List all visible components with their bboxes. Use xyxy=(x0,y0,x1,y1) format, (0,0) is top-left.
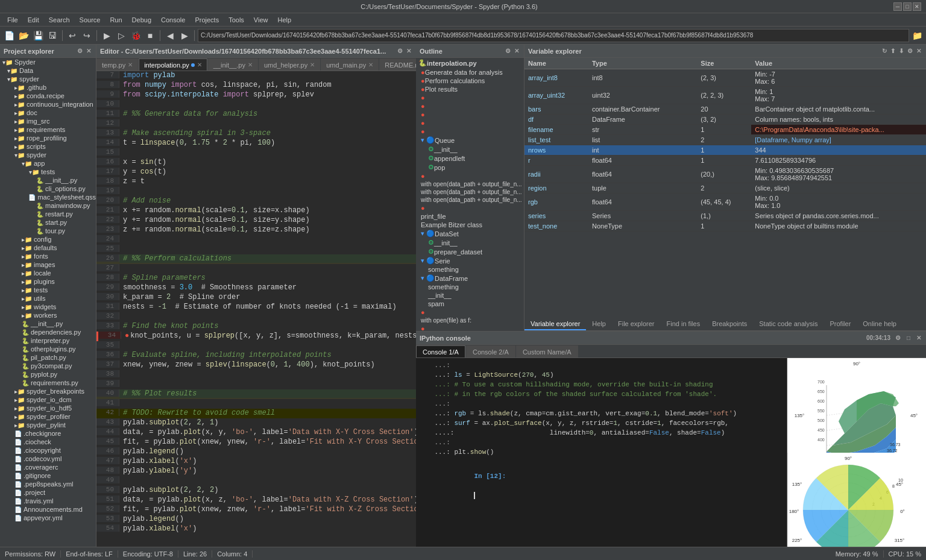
tree-item-img[interactable]: ▸📁 img_src xyxy=(0,117,96,125)
editor-gear-icon[interactable]: ⚙ xyxy=(396,47,404,55)
tree-item-interpreter[interactable]: 🐍 interpreter.py xyxy=(0,336,96,345)
tree-item-fonts[interactable]: ▸📁 fonts xyxy=(0,252,96,260)
tree-item-codecov[interactable]: 📄 .codecov.yml xyxy=(0,455,96,463)
outline-close-icon[interactable]: ✕ xyxy=(513,47,520,55)
tab-readme[interactable]: README.md ✕ xyxy=(379,58,416,71)
tree-item-plugins[interactable]: ▸📁 plugins xyxy=(0,277,96,286)
col-name[interactable]: Name xyxy=(524,58,588,69)
console-gear-icon[interactable]: ⚙ xyxy=(894,334,902,342)
tree-item-py3compat[interactable]: 🐍 py3compat.py xyxy=(0,362,96,370)
tree-item-announcements[interactable]: 📄 Announcements.md xyxy=(0,505,96,514)
var-refresh-icon[interactable]: ↻ xyxy=(881,47,888,55)
console-close-icon[interactable]: ✕ xyxy=(915,334,922,342)
outline-printfile[interactable]: print_file xyxy=(416,212,524,221)
tree-item-ciocheck[interactable]: 📄 .ciocheck xyxy=(0,438,96,446)
tree-item-pyplot[interactable]: 🐍 pyplot.py xyxy=(0,370,96,379)
tree-item-init2[interactable]: 🐍 __init__.py xyxy=(0,319,96,328)
var-row-region[interactable]: region tuple 2 (slice, slice) xyxy=(524,183,926,193)
tree-item-doc[interactable]: ▸📁 doc xyxy=(0,109,96,117)
menu-search[interactable]: Search xyxy=(44,15,75,25)
menu-run[interactable]: Run xyxy=(105,15,127,25)
new-file-button[interactable]: 📄 xyxy=(2,29,16,42)
tab-interpolation-py[interactable]: interpolation.py ✕ xyxy=(139,58,207,71)
tab-init-py[interactable]: __init__.py ✕ xyxy=(208,58,258,71)
var-import-icon[interactable]: ⬆ xyxy=(889,47,896,55)
save-button[interactable]: 💾 xyxy=(31,29,45,42)
run-cell-button[interactable]: ▷ xyxy=(115,29,128,42)
tab-umd-helper[interactable]: umd_helper.py ✕ xyxy=(259,58,320,71)
tab-profiler[interactable]: Profiler xyxy=(824,318,857,330)
tree-item-start[interactable]: 🐍 start.py xyxy=(0,218,96,227)
menu-tools[interactable]: Tools xyxy=(224,15,249,25)
tree-item-dependencies[interactable]: 🐍 dependencies.py xyxy=(0,328,96,336)
outline-with2[interactable]: with open(data_path + output_file_n... xyxy=(416,188,524,196)
maximize-button[interactable]: □ xyxy=(903,2,912,11)
tab-umd-main[interactable]: umd_main.py ✕ xyxy=(321,58,379,71)
console-tab-2[interactable]: Console 2/A xyxy=(466,345,515,357)
var-row-list-test[interactable]: list_test list 2 [Dataframe, Numpy array… xyxy=(524,135,926,145)
outline-dataframe[interactable]: ▾ 🔵 DataFrame xyxy=(416,274,524,283)
tree-item-profiler[interactable]: ▸📁 spyder_profiler xyxy=(0,412,96,421)
tree-item-init[interactable]: 🐍 __init__.py xyxy=(0,176,96,184)
tree-item-spyder2[interactable]: ▾📁 spyder xyxy=(0,151,96,159)
outline-prepare[interactable]: ⚙ prepare_dataset xyxy=(416,247,524,256)
path-input[interactable] xyxy=(198,29,909,42)
outline-serie[interactable]: ▾ 🔵 Serie xyxy=(416,256,524,265)
var-row-filename[interactable]: filename str 1 C:\ProgramData\Anaconda3\… xyxy=(524,125,926,135)
outline-init[interactable]: ⚙ __init__ xyxy=(416,145,524,154)
minimize-button[interactable]: ─ xyxy=(893,2,902,11)
tree-item-mac-stylesheet[interactable]: 📄 mac_stylesheet.qss xyxy=(0,193,96,201)
tree-item-project[interactable]: 📄 .project xyxy=(0,488,96,497)
next-button[interactable]: ▶ xyxy=(178,29,191,42)
tree-item-otherplugins[interactable]: 🐍 otherplugins.py xyxy=(0,345,96,353)
close-tab-init[interactable]: ✕ xyxy=(248,61,253,68)
tab-variable-explorer[interactable]: Variable explorer xyxy=(524,318,586,330)
tree-item-mainwindow[interactable]: 🐍 mainwindow.py xyxy=(0,201,96,210)
editor-close-icon[interactable]: ✕ xyxy=(405,47,412,55)
var-row-r[interactable]: r float64 1 7.611082589334796 xyxy=(524,156,926,166)
debug-button[interactable]: 🐞 xyxy=(129,29,142,42)
menu-debug[interactable]: Debug xyxy=(127,15,156,25)
var-gear-icon[interactable]: ⚙ xyxy=(906,47,914,55)
tab-help[interactable]: Help xyxy=(586,318,612,330)
console-maximize-icon[interactable]: □ xyxy=(906,334,912,342)
var-row-array-int8[interactable]: array_int8 int8 (2, 3) Min: -7Max: 6 xyxy=(524,69,926,87)
tree-item-ciocopyright[interactable]: 📄 .ciocopyright xyxy=(0,446,96,455)
tree-item-tests2[interactable]: ▸📁 tests xyxy=(0,286,96,294)
tree-item-conda[interactable]: ▸📁 conda.recipe xyxy=(0,92,96,100)
tree-item-pil[interactable]: 🐍 pil_patch.py xyxy=(0,353,96,362)
close-button[interactable]: ✕ xyxy=(913,2,921,11)
path-browse-button[interactable]: 📁 xyxy=(910,29,924,42)
menu-projects[interactable]: Projects xyxy=(190,15,224,25)
outline-something2[interactable]: something xyxy=(416,283,524,291)
menu-edit[interactable]: Edit xyxy=(23,15,44,25)
tree-item-spyder[interactable]: ▾📁 spyder xyxy=(0,75,96,83)
menu-help[interactable]: Help xyxy=(272,15,296,25)
outline-pop[interactable]: ⚙ pop xyxy=(416,163,524,172)
tree-item-restart[interactable]: 🐍 restart.py xyxy=(0,210,96,218)
outline-example[interactable]: Example Bitzer class xyxy=(416,221,524,229)
console-tab-custom[interactable]: Custom Name/A xyxy=(516,345,578,357)
var-row-array-uint32[interactable]: array_uint32 uint32 (2, 2, 3) Min: 1Max:… xyxy=(524,87,926,104)
var-row-rgb[interactable]: rgb float64 (45, 45, 4) Min: 0.0Max: 1.0 xyxy=(524,193,926,211)
col-value[interactable]: Value xyxy=(751,58,926,69)
tree-item-workers[interactable]: ▸📁 workers xyxy=(0,311,96,319)
tree-item-travis[interactable]: 📄 .travis.yml xyxy=(0,497,96,505)
tree-item-cli[interactable]: 🐍 cli_options.py xyxy=(0,184,96,193)
outline-something1[interactable]: something xyxy=(416,265,524,274)
outline-generate[interactable]: ● Generate data for analysis xyxy=(416,68,524,77)
tree-item-github[interactable]: ▸📁 .github xyxy=(0,83,96,92)
var-row-test-none[interactable]: test_none NoneType 1 NoneType object of … xyxy=(524,221,926,231)
close-tab-umd-helper[interactable]: ✕ xyxy=(310,61,315,68)
tree-item-spyder-root[interactable]: ▾📁 Spyder xyxy=(0,58,96,66)
outline-perform[interactable]: ● Perform calculations xyxy=(416,77,524,85)
tree-item-requirements-folder[interactable]: ▸📁 requirements xyxy=(0,125,96,134)
redo-button[interactable]: ↪ xyxy=(80,29,93,42)
tab-file-explorer[interactable]: File explorer xyxy=(612,318,661,330)
tree-item-locale[interactable]: ▸📁 locale xyxy=(0,269,96,277)
tree-item-io-hdf5[interactable]: ▸📁 spyder_io_hdf5 xyxy=(0,404,96,412)
tree-item-appveyor[interactable]: 📄 appveyor.yml xyxy=(0,514,96,522)
tree-item-scripts[interactable]: ▸📁 scripts xyxy=(0,142,96,151)
var-close-icon[interactable]: ✕ xyxy=(915,47,922,55)
open-button[interactable]: 📂 xyxy=(17,29,30,42)
